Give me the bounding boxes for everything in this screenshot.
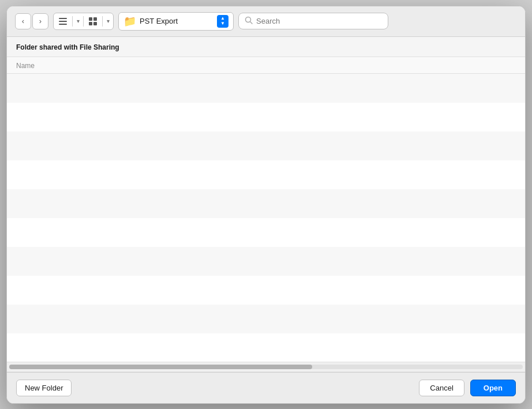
new-folder-button[interactable]: New Folder [16,380,72,396]
file-list[interactable] [7,74,525,362]
file-row[interactable] [7,132,525,160]
scrollbar-thumb[interactable] [9,365,312,369]
location-name: PST Export [140,17,213,25]
search-input[interactable] [256,17,382,25]
view-switcher: ▾ ▾ [53,13,114,30]
list-view-button[interactable] [54,13,72,29]
svg-rect-2 [59,24,67,25]
list-view-dropdown[interactable]: ▾ [73,13,83,29]
grid-view-button[interactable] [84,13,102,29]
folder-icon: 📁 [123,15,136,28]
svg-rect-1 [59,21,67,22]
bottom-bar: New Folder Cancel Open [7,372,525,403]
name-column-header: Name [16,62,35,70]
svg-rect-4 [93,17,97,21]
svg-rect-0 [59,18,67,19]
file-row[interactable] [7,218,525,247]
file-row[interactable] [7,189,525,218]
file-row[interactable] [7,247,525,276]
toolbar: ‹ › ▾ ▾ [7,6,525,37]
file-row[interactable] [7,103,525,132]
cancel-button[interactable]: Cancel [419,380,464,396]
section-title: Folder shared with File Sharing [16,43,119,51]
file-row[interactable] [7,305,525,333]
file-row[interactable] [7,74,525,103]
open-button[interactable]: Open [470,380,516,396]
back-button[interactable]: ‹ [15,13,31,29]
svg-rect-6 [93,22,97,25]
file-row[interactable] [7,276,525,305]
forward-button[interactable]: › [32,13,48,29]
svg-rect-5 [89,22,92,25]
column-header: Name [7,57,525,74]
file-row[interactable] [7,160,525,189]
file-dialog: ‹ › ▾ ▾ [6,6,526,404]
svg-rect-3 [89,17,92,21]
svg-line-8 [250,22,253,24]
nav-buttons: ‹ › [15,13,48,29]
section-header: Folder shared with File Sharing [7,37,525,57]
arrow-down-icon: ▼ [220,21,225,27]
scrollbar-track [9,365,523,369]
right-buttons: Cancel Open [419,380,516,396]
location-selector[interactable]: 📁 PST Export ▲ ▼ [118,12,234,31]
search-icon [245,16,253,26]
horizontal-scrollbar[interactable] [7,362,525,372]
grid-view-dropdown[interactable]: ▾ [103,13,113,29]
location-arrows: ▲ ▼ [217,15,228,28]
search-box [238,13,388,29]
